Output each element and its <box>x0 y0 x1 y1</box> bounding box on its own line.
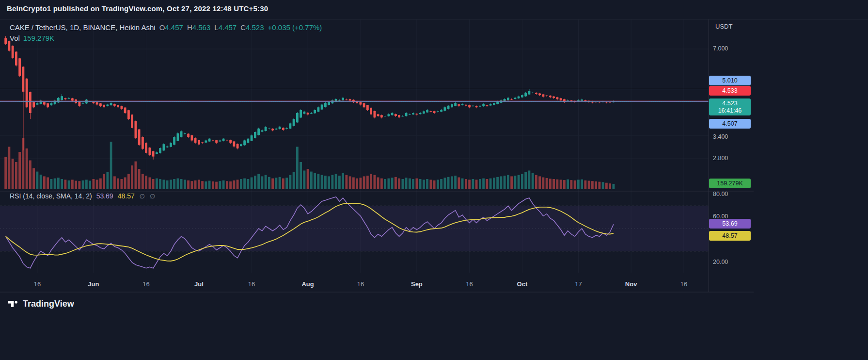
time-axis-label: Jun <box>88 280 99 288</box>
time-axis-label: 16 <box>357 280 364 288</box>
time-axis-label: 16 <box>680 280 687 288</box>
time-axis-label: Nov <box>625 280 637 288</box>
tradingview-logo-icon <box>7 298 19 310</box>
time-axis-label: 16 <box>142 280 149 288</box>
time-axis-label: 17 <box>575 280 582 288</box>
tradingview-chart-page: BeInCrypto1 published on TradingView.com… <box>0 0 868 360</box>
tradingview-logo-text: TradingView <box>23 299 74 309</box>
time-axis-label: Sep <box>411 280 423 288</box>
time-axis-label: Aug <box>301 280 314 288</box>
tradingview-logo[interactable]: TradingView <box>7 298 74 310</box>
time-axis-label: Jul <box>194 280 204 288</box>
time-axis[interactable]: 16Jun16Jul16Aug16Sep16Oct17Nov16 <box>0 0 868 360</box>
time-axis-label: Oct <box>517 280 528 288</box>
time-axis-label: 16 <box>466 280 473 288</box>
time-axis-label: 16 <box>34 280 41 288</box>
time-axis-label: 16 <box>248 280 255 288</box>
